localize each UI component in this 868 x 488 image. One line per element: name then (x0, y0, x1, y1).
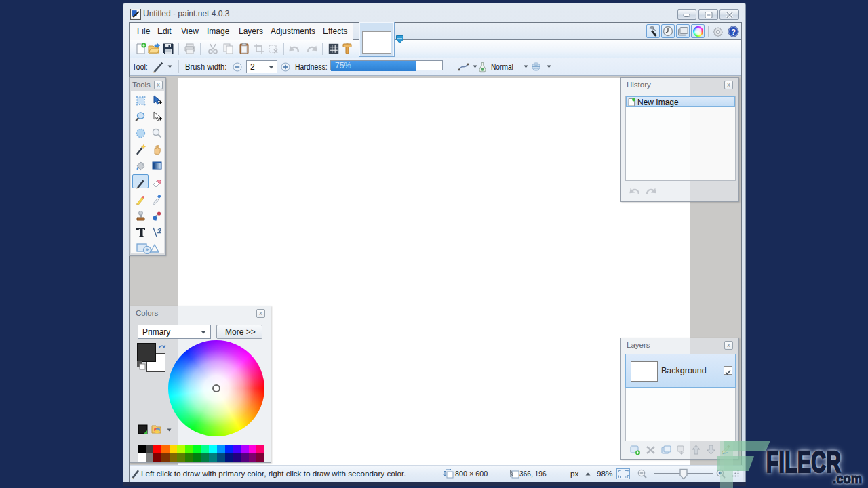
svg-text:?: ? (731, 28, 736, 36)
